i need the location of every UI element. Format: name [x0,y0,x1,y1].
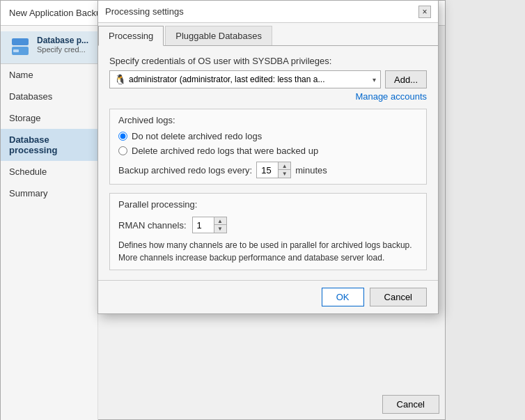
sidebar-item-name[interactable]: Name [1,64,97,86]
parallel-title: Parallel processing: [118,199,418,210]
minutes-label: minutes [295,165,327,176]
tab-bar: Processing Pluggable Databases [98,23,438,46]
svg-rect-0 [12,38,29,45]
processing-settings-dialog: Processing settings × Processing Pluggab… [97,0,439,314]
radio-no-delete-label[interactable]: Do not delete archived redo logs [132,131,262,141]
modal-body: Specify credentials of OS user with SYSD… [98,46,438,280]
sidebar-header-sub: Specify cred... [37,45,88,54]
rman-row: RMAN channels: ▲ ▼ [118,217,418,233]
backup-row: Backup archived redo logs every: ▲ ▼ min… [118,162,418,178]
sidebar-item-databases[interactable]: Databases [1,86,97,107]
rman-channels-spinners: ▲ ▼ [214,217,226,233]
backup-label: Backup archived redo logs every: [118,165,252,176]
sidebar-header-title: Database p... [37,36,88,45]
credentials-add-button[interactable]: Add... [385,70,427,88]
bg-footer: Cancel [377,389,445,419]
modal-titlebar: Processing settings × [98,1,438,23]
tab-pluggable-databases[interactable]: Pluggable Databases [165,26,272,45]
modal-title: Processing settings [105,6,184,17]
sidebar: Database p... Specify cred... Name Datab… [1,26,98,420]
credentials-row: 🐧 administrator (administrator, last edi… [109,70,427,88]
modal-footer: OK Cancel [98,280,438,313]
radio-delete[interactable] [118,146,127,155]
bg-title: New Application Backup [9,8,106,18]
bg-cancel-button[interactable]: Cancel [382,395,439,414]
svg-rect-3 [13,49,19,52]
backup-interval-spinners: ▲ ▼ [278,162,290,178]
rman-channels-down[interactable]: ▼ [214,225,226,233]
rman-channels-up[interactable]: ▲ [214,217,226,225]
database-icon [9,36,31,58]
backup-interval-down[interactable]: ▼ [278,170,290,178]
archived-logs-section: Archived logs: Do not delete archived re… [109,109,427,185]
credentials-value: administrator (administrator, last edite… [129,75,370,84]
radio-row-no-delete: Do not delete archived redo logs [118,131,418,141]
backup-interval-container: ▲ ▼ [256,162,291,178]
radio-row-delete: Delete archived redo logs that were back… [118,146,418,156]
cancel-button[interactable]: Cancel [370,288,427,306]
linux-icon: 🐧 [114,74,126,85]
credentials-dropdown[interactable]: 🐧 administrator (administrator, last edi… [109,70,381,88]
sidebar-item-storage[interactable]: Storage [1,107,97,129]
backup-interval-up[interactable]: ▲ [278,162,290,170]
rman-channels-container: ▲ ▼ [192,217,227,233]
credentials-label: Specify credentials of OS user with SYSD… [109,56,427,66]
dropdown-arrow-icon: ▾ [373,76,376,84]
tab-processing[interactable]: Processing [98,26,164,46]
parallel-processing-section: Parallel processing: RMAN channels: ▲ ▼ … [109,193,427,270]
sidebar-header: Database p... Specify cred... [1,31,97,64]
archived-logs-title: Archived logs: [118,115,418,125]
sidebar-item-database-processing[interactable]: Database processing [1,129,97,161]
manage-accounts-link[interactable]: Manage accounts [109,91,427,102]
rman-description: Defines how many channels are to be used… [118,239,418,264]
sidebar-item-summary[interactable]: Summary [1,182,97,204]
modal-close-button[interactable]: × [418,6,431,18]
ok-button[interactable]: OK [322,288,364,306]
sidebar-item-schedule[interactable]: Schedule [1,161,97,182]
rman-label: RMAN channels: [118,220,187,231]
radio-no-delete[interactable] [118,132,127,141]
radio-delete-label[interactable]: Delete archived redo logs that were back… [132,146,318,156]
